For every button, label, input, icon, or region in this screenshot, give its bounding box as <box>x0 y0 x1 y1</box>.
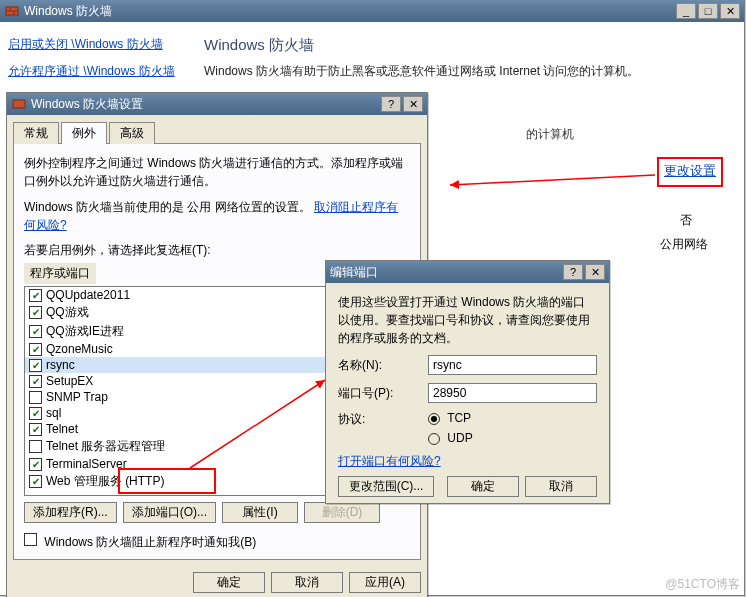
list-item-checkbox[interactable]: ✔ <box>29 423 42 436</box>
list-item-label: rsync <box>46 358 75 372</box>
tab-general[interactable]: 常规 <box>13 122 59 144</box>
editport-description: 使用这些设置打开通过 Windows 防火墙的端口以使用。要查找端口号和协议，请… <box>338 293 597 347</box>
tab-advanced[interactable]: 高级 <box>109 122 155 144</box>
change-settings-link[interactable]: 更改设置 <box>664 162 716 180</box>
maximize-button[interactable]: □ <box>698 3 718 19</box>
list-item-label: SNMP Trap <box>46 390 108 404</box>
list-item-label: SetupEX <box>46 374 93 388</box>
add-program-button[interactable]: 添加程序(R)... <box>24 502 117 523</box>
name-input[interactable] <box>428 355 597 375</box>
watermark: @51CTO博客 <box>665 576 740 593</box>
editport-close-button[interactable]: ✕ <box>585 264 605 280</box>
protocol-udp-label: UDP <box>447 431 472 445</box>
properties-button[interactable]: 属性(I) <box>222 502 298 523</box>
close-button[interactable]: ✕ <box>720 3 740 19</box>
list-item-checkbox[interactable]: ✔ <box>29 289 42 302</box>
location-text: Windows 防火墙当前使用的是 公用 网络位置的设置。 <box>24 200 311 214</box>
list-item-label: QQ游戏 <box>46 304 89 321</box>
settings-ok-button[interactable]: 确定 <box>193 572 265 593</box>
list-item-checkbox[interactable]: ✔ <box>29 475 42 488</box>
status-value-2: 公用网络 <box>660 236 708 253</box>
notify-label: Windows 防火墙阻止新程序时通知我(B) <box>44 535 256 549</box>
bg-window-title: Windows 防火墙 <box>24 3 676 20</box>
list-item-label: TerminalServer <box>46 457 127 471</box>
list-item-label: QQUpdate2011 <box>46 288 130 302</box>
list-item-checkbox[interactable]: ✔ <box>29 306 42 319</box>
exceptions-description: 例外控制程序之间通过 Windows 防火墙进行通信的方式。添加程序或端口例外以… <box>24 154 410 190</box>
panel-heading: Windows 防火墙 <box>204 36 730 55</box>
port-risk-link[interactable]: 打开端口有何风险? <box>338 454 441 468</box>
list-item-label: sql <box>46 406 61 420</box>
list-item-checkbox[interactable]: ✔ <box>29 375 42 388</box>
add-port-button[interactable]: 添加端口(O)... <box>123 502 216 523</box>
enable-exceptions-label: 若要启用例外，请选择此复选框(T): <box>24 242 410 259</box>
delete-button[interactable]: 删除(D) <box>304 502 380 523</box>
list-item-label: Telnet <box>46 422 78 436</box>
settings-help-button[interactable]: ? <box>381 96 401 112</box>
port-input[interactable] <box>428 383 597 403</box>
editport-title: 编辑端口 <box>330 264 563 281</box>
port-label: 端口号(P): <box>338 385 428 402</box>
list-item-checkbox[interactable]: ✔ <box>29 359 42 372</box>
panel-description: Windows 防火墙有助于防止黑客或恶意软件通过网络或 Internet 访问… <box>204 63 730 80</box>
list-item-checkbox[interactable] <box>29 440 42 453</box>
editport-titlebar: 编辑端口 ? ✕ <box>326 261 609 283</box>
list-item-label: Web 管理服务 (HTTP) <box>46 473 164 490</box>
tab-exceptions[interactable]: 例外 <box>61 122 107 144</box>
settings-close-button[interactable]: ✕ <box>403 96 423 112</box>
protocol-label: 协议: <box>338 411 428 428</box>
firewall-icon <box>11 96 27 112</box>
nav-allow-program[interactable]: 允许程序通过 \Windows 防火墙 <box>8 63 182 80</box>
list-item-label: QzoneMusic <box>46 342 113 356</box>
protocol-udp-radio[interactable] <box>428 433 440 445</box>
bg-window-titlebar: Windows 防火墙 _ □ ✕ <box>0 0 744 22</box>
firewall-icon <box>4 3 20 19</box>
list-item-checkbox[interactable]: ✔ <box>29 407 42 420</box>
nav-toggle-firewall[interactable]: 启用或关闭 \Windows 防火墙 <box>8 36 182 53</box>
settings-titlebar: Windows 防火墙设置 ? ✕ <box>7 93 427 115</box>
status-value-1: 否 <box>680 212 692 229</box>
change-scope-button[interactable]: 更改范围(C)... <box>338 476 434 497</box>
protocol-tcp-radio[interactable] <box>428 413 440 425</box>
list-item-checkbox[interactable]: ✔ <box>29 325 42 338</box>
notify-checkbox[interactable] <box>24 533 37 546</box>
editport-ok-button[interactable]: 确定 <box>447 476 519 497</box>
editport-help-button[interactable]: ? <box>563 264 583 280</box>
list-item-checkbox[interactable] <box>29 391 42 404</box>
protocol-tcp-label: TCP <box>447 411 471 425</box>
list-item-label: QQ游戏IE进程 <box>46 323 124 340</box>
settings-title: Windows 防火墙设置 <box>31 96 381 113</box>
settings-apply-button[interactable]: 应用(A) <box>349 572 421 593</box>
svg-rect-4 <box>13 100 25 108</box>
name-label: 名称(N): <box>338 357 428 374</box>
computer-text: 的计算机 <box>526 126 574 143</box>
list-item-label: Telnet 服务器远程管理 <box>46 438 165 455</box>
settings-cancel-button[interactable]: 取消 <box>271 572 343 593</box>
minimize-button[interactable]: _ <box>676 3 696 19</box>
list-header: 程序或端口 <box>24 263 96 284</box>
list-item-checkbox[interactable]: ✔ <box>29 458 42 471</box>
list-item-checkbox[interactable]: ✔ <box>29 343 42 356</box>
editport-cancel-button[interactable]: 取消 <box>525 476 597 497</box>
